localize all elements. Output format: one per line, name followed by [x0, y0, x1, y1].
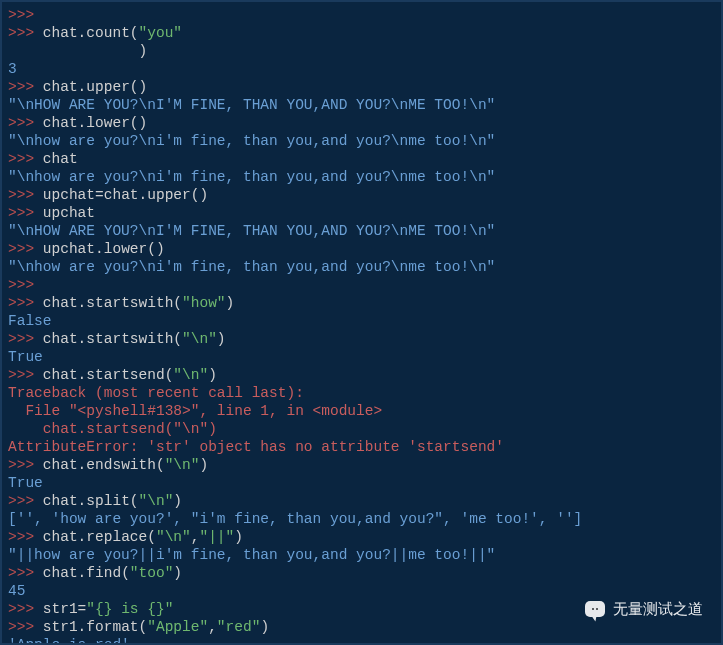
terminal-output[interactable]: >>> >>> chat.count("you" )3>>> chat.uppe…: [2, 2, 721, 645]
terminal-line: True: [8, 474, 715, 492]
output-text: 3: [8, 61, 17, 77]
terminal-line: Traceback (most recent call last):: [8, 384, 715, 402]
prompt-text: >>>: [8, 115, 43, 131]
error-text: chat.startsend("\n"): [8, 421, 217, 437]
terminal-line: "||how are you?||i'm fine, than you,and …: [8, 546, 715, 564]
string-literal: "||": [199, 529, 234, 545]
output-text: False: [8, 313, 52, 329]
prompt-text: >>>: [8, 7, 43, 23]
prompt-text: >>>: [8, 367, 43, 383]
string-literal: "too": [130, 565, 174, 581]
code-text: chat.upper(): [43, 79, 147, 95]
terminal-line: AttributeError: 'str' object has no attr…: [8, 438, 715, 456]
terminal-line: False: [8, 312, 715, 330]
prompt-text: >>>: [8, 79, 43, 95]
prompt-text: >>>: [8, 601, 43, 617]
output-text: 45: [8, 583, 25, 599]
wechat-icon: [585, 601, 605, 617]
code-text: ): [8, 43, 147, 59]
prompt-text: >>>: [8, 187, 43, 203]
string-literal: "\n": [173, 367, 208, 383]
prompt-text: >>>: [8, 493, 43, 509]
prompt-text: >>>: [8, 331, 43, 347]
terminal-line: ): [8, 42, 715, 60]
terminal-line: >>> upchat.lower(): [8, 240, 715, 258]
string-literal: "\n": [165, 457, 200, 473]
terminal-line: >>>: [8, 276, 715, 294]
code-text: upchat.lower(): [43, 241, 165, 257]
code-text: ): [226, 295, 235, 311]
code-text: chat.startswith(: [43, 331, 182, 347]
watermark: 无量测试之道: [585, 600, 703, 618]
string-literal: "Apple": [147, 619, 208, 635]
prompt-text: >>>: [8, 151, 43, 167]
prompt-text: >>>: [8, 457, 43, 473]
code-text: ): [199, 457, 208, 473]
code-text: str1.format(: [43, 619, 147, 635]
code-text: chat.startsend(: [43, 367, 174, 383]
output-text: ['', 'how are you?', "i'm fine, than you…: [8, 511, 582, 527]
terminal-line: 'Apple is red': [8, 636, 715, 645]
code-text: ): [208, 367, 217, 383]
terminal-line: >>> chat.startsend("\n"): [8, 366, 715, 384]
terminal-line: chat.startsend("\n"): [8, 420, 715, 438]
watermark-text: 无量测试之道: [613, 600, 703, 618]
prompt-text: >>>: [8, 25, 43, 41]
code-text: upchat: [43, 205, 95, 221]
code-text: ): [260, 619, 269, 635]
output-text: "\nhow are you?\ni'm fine, than you,and …: [8, 259, 495, 275]
terminal-line: 45: [8, 582, 715, 600]
code-text: chat.lower(): [43, 115, 147, 131]
prompt-text: >>>: [8, 241, 43, 257]
terminal-line: True: [8, 348, 715, 366]
code-text: ): [217, 331, 226, 347]
terminal-line: ['', 'how are you?', "i'm fine, than you…: [8, 510, 715, 528]
terminal-line: >>> chat.replace("\n","||"): [8, 528, 715, 546]
terminal-line: >>> chat.startswith("how"): [8, 294, 715, 312]
terminal-line: "\nhow are you?\ni'm fine, than you,and …: [8, 258, 715, 276]
error-text: AttributeError: 'str' object has no attr…: [8, 439, 504, 455]
string-literal: "\n": [182, 331, 217, 347]
prompt-text: >>>: [8, 619, 43, 635]
terminal-line: >>> str1.format("Apple","red"): [8, 618, 715, 636]
terminal-line: "\nhow are you?\ni'm fine, than you,and …: [8, 168, 715, 186]
prompt-text: >>>: [8, 565, 43, 581]
terminal-line: >>> chat.upper(): [8, 78, 715, 96]
prompt-text: >>>: [8, 295, 43, 311]
output-text: "\nhow are you?\ni'm fine, than you,and …: [8, 133, 495, 149]
code-text: chat.split(: [43, 493, 139, 509]
string-literal: "red": [217, 619, 261, 635]
string-literal: "how": [182, 295, 226, 311]
code-text: ): [173, 565, 182, 581]
output-text: True: [8, 349, 43, 365]
code-text: ): [234, 529, 243, 545]
output-text: 'Apple is red': [8, 637, 130, 645]
string-literal: "you": [139, 25, 183, 41]
prompt-text: >>>: [8, 529, 43, 545]
terminal-line: >>> chat.count("you": [8, 24, 715, 42]
prompt-text: >>>: [8, 277, 43, 293]
terminal-line: >>> chat.lower(): [8, 114, 715, 132]
terminal-line: >>>: [8, 6, 715, 24]
terminal-line: >>> chat.endswith("\n"): [8, 456, 715, 474]
terminal-line: "\nHOW ARE YOU?\nI'M FINE, THAN YOU,AND …: [8, 222, 715, 240]
terminal-line: >>> chat.startswith("\n"): [8, 330, 715, 348]
terminal-line: "\nHOW ARE YOU?\nI'M FINE, THAN YOU,AND …: [8, 96, 715, 114]
code-text: str1=: [43, 601, 87, 617]
code-text: chat.count(: [43, 25, 139, 41]
code-text: upchat=chat.upper(): [43, 187, 208, 203]
code-text: ,: [208, 619, 217, 635]
terminal-line: >>> upchat=chat.upper(): [8, 186, 715, 204]
terminal-line: >>> chat.split("\n"): [8, 492, 715, 510]
terminal-line: "\nhow are you?\ni'm fine, than you,and …: [8, 132, 715, 150]
terminal-line: File "<pyshell#138>", line 1, in <module…: [8, 402, 715, 420]
code-text: chat.find(: [43, 565, 130, 581]
terminal-line: >>> upchat: [8, 204, 715, 222]
code-text: ): [173, 493, 182, 509]
string-literal: "\n": [156, 529, 191, 545]
terminal-line: 3: [8, 60, 715, 78]
error-text: File "<pyshell#138>", line 1, in <module…: [8, 403, 382, 419]
code-text: chat.replace(: [43, 529, 156, 545]
output-text: "\nHOW ARE YOU?\nI'M FINE, THAN YOU,AND …: [8, 97, 495, 113]
code-text: chat: [43, 151, 78, 167]
